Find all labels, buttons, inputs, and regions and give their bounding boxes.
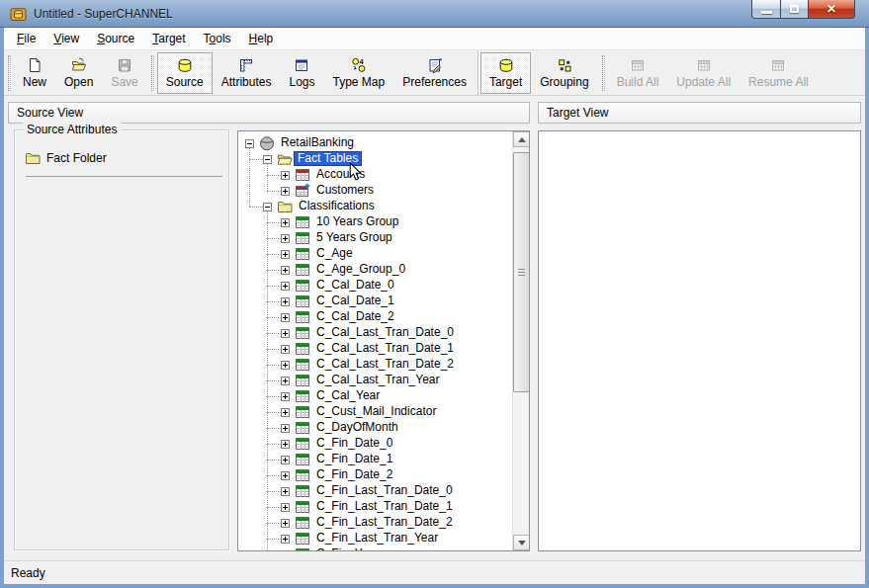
tree-item-label[interactable]: RetailBanking: [278, 135, 357, 150]
expand-plus-icon[interactable]: [281, 345, 290, 354]
expand-plus-icon[interactable]: [281, 440, 290, 449]
menu-item-source[interactable]: Source: [88, 29, 143, 48]
tree-item-label[interactable]: Classifications: [296, 199, 378, 213]
tree-item-fact-tables[interactable]: Fact Tables: [238, 151, 512, 167]
tree-item-label[interactable]: C_Cal_Date_0: [313, 278, 397, 293]
grouping-button[interactable]: Grouping: [531, 52, 597, 94]
expand-plus-icon[interactable]: [281, 329, 290, 338]
tree-item-c-fin-date-1[interactable]: C_Fin_Date_1: [238, 452, 512, 467]
tree-item-c-cal-last-tran-date-0[interactable]: C_Cal_Last_Tran_Date_0: [238, 325, 512, 341]
maximize-button[interactable]: [781, 0, 809, 19]
tree-item-label[interactable]: C_Fin_Last_Tran_Date_0: [313, 483, 456, 498]
expand-plus-icon[interactable]: [281, 187, 290, 196]
tree-item-label[interactable]: C_Cal_Last_Tran_Date_0: [313, 325, 457, 340]
tree-item-c-cal-year[interactable]: C_Cal_Year: [238, 388, 512, 404]
tree-item-retailbanking[interactable]: RetailBanking: [238, 135, 512, 151]
menu-item-view[interactable]: View: [44, 29, 88, 48]
expand-plus-icon[interactable]: [281, 171, 290, 180]
attributes-button[interactable]: Attributes: [213, 52, 281, 94]
tree-item-c-fin-last-tran-date-1[interactable]: C_Fin_Last_Tran_Date_1: [238, 499, 512, 515]
tree-scrollbar[interactable]: [512, 131, 529, 550]
tree-item-label[interactable]: 10 Years Group: [313, 214, 401, 229]
tree-item-label[interactable]: C_Cal_Last_Tran_Date_1: [313, 341, 457, 356]
source-attribute-item[interactable]: Fact Folder: [25, 149, 107, 166]
minimize-button[interactable]: [751, 0, 781, 19]
tree-item-c-cal-date-0[interactable]: C_Cal_Date_0: [238, 278, 512, 294]
collapse-minus-icon[interactable]: [263, 203, 272, 211]
tree-item-label[interactable]: C_Fin_Last_Tran_Year: [313, 531, 441, 546]
expand-plus-icon[interactable]: [281, 424, 290, 433]
source-button[interactable]: Source: [157, 52, 213, 94]
tree-item-label[interactable]: C_Cal_Date_2: [313, 309, 397, 324]
expand-plus-icon[interactable]: [281, 487, 290, 496]
preferences-button[interactable]: Preferences: [393, 52, 476, 94]
tree-item-label[interactable]: C_Cal_Date_1: [313, 294, 397, 308]
menu-item-tools[interactable]: Tools: [195, 29, 240, 48]
expand-plus-icon[interactable]: [281, 408, 290, 417]
tree-item-label[interactable]: Customers: [313, 183, 377, 198]
tree-item-c-fin-last-tran-date-0[interactable]: C_Fin_Last_Tran_Date_0: [238, 483, 512, 499]
tree-item-c-fin-last-tran-year[interactable]: C_Fin_Last_Tran_Year: [238, 531, 512, 546]
expand-plus-icon[interactable]: [281, 234, 290, 243]
tree-item-label[interactable]: C_Age_Group_0: [313, 262, 408, 277]
tree-item-c-fin-date-2[interactable]: C_Fin_Date_2: [238, 467, 512, 483]
tree-item-c-dayofmonth[interactable]: C_DayOfMonth: [238, 420, 512, 436]
tree-item-10-years-group[interactable]: 10 Years Group: [238, 214, 512, 230]
collapse-minus-icon[interactable]: [263, 155, 272, 164]
menu-item-target[interactable]: Target: [143, 29, 194, 48]
expand-plus-icon[interactable]: [281, 392, 290, 401]
scrollbar-up-button[interactable]: [513, 131, 530, 147]
expand-plus-icon[interactable]: [281, 471, 290, 480]
tree-item-label[interactable]: C_Fin_Date_0: [313, 436, 395, 451]
tree-item-label[interactable]: C_Age: [313, 246, 356, 261]
menu-item-help[interactable]: Help: [240, 29, 283, 48]
expand-plus-icon[interactable]: [281, 282, 290, 291]
expand-plus-icon[interactable]: [281, 218, 290, 227]
expand-plus-icon[interactable]: [281, 361, 290, 370]
tree-item-label[interactable]: C_Fin_Year: [313, 546, 382, 550]
expand-plus-icon[interactable]: [281, 456, 290, 464]
tree-item-accounts[interactable]: Accounts: [238, 167, 512, 183]
type-map-button[interactable]: 4Type Map: [324, 52, 394, 94]
tree-item-label[interactable]: C_Cal_Year: [313, 388, 383, 403]
tree-item-label[interactable]: C_Cal_Last_Tran_Date_2: [313, 357, 457, 372]
expand-plus-icon[interactable]: [281, 297, 290, 306]
open-button[interactable]: Open: [55, 52, 102, 94]
expand-plus-icon[interactable]: [281, 313, 290, 322]
scrollbar-down-button[interactable]: [513, 535, 530, 550]
logs-button[interactable]: Logs: [280, 52, 323, 94]
tree-item-label[interactable]: C_DayOfMonth: [313, 420, 401, 435]
target-button[interactable]: Target: [480, 52, 531, 94]
tree-item-label[interactable]: C_Cust_Mail_Indicator: [313, 404, 439, 419]
tree-item-customers[interactable]: Customers: [238, 183, 512, 199]
tree-item-c-cust-mail-indicator[interactable]: C_Cust_Mail_Indicator: [238, 404, 512, 420]
menu-item-file[interactable]: File: [8, 29, 44, 48]
tree-item-c-cal-last-tran-date-2[interactable]: C_Cal_Last_Tran_Date_2: [238, 357, 512, 373]
close-button[interactable]: ✕: [809, 0, 855, 19]
scrollbar-thumb[interactable]: [513, 152, 530, 392]
tree-item-c-cal-last-tran-year[interactable]: C_Cal_Last_Tran_Year: [238, 373, 512, 388]
tree-item-c-age-group-0[interactable]: C_Age_Group_0: [238, 262, 512, 278]
expand-plus-icon[interactable]: [281, 519, 290, 528]
expand-plus-icon[interactable]: [281, 266, 290, 275]
tree-item-classifications[interactable]: Classifications: [238, 199, 512, 214]
tree-item-c-fin-date-0[interactable]: C_Fin_Date_0: [238, 436, 512, 452]
tree-item-label[interactable]: C_Fin_Date_2: [313, 467, 395, 482]
tree-item-label[interactable]: C_Fin_Last_Tran_Date_1: [313, 499, 456, 514]
tree-item-c-age[interactable]: C_Age: [238, 246, 512, 262]
tree-item-label[interactable]: 5 Years Group: [313, 230, 395, 245]
collapse-minus-icon[interactable]: [245, 139, 254, 148]
expand-plus-icon[interactable]: [281, 377, 290, 385]
tree-item-c-cal-last-tran-date-1[interactable]: C_Cal_Last_Tran_Date_1: [238, 341, 512, 357]
tree-item-label[interactable]: C_Fin_Date_1: [313, 452, 395, 466]
expand-plus-icon[interactable]: [281, 250, 290, 259]
tree-item-c-fin-year[interactable]: C_Fin_Year: [238, 546, 512, 550]
new-button[interactable]: New: [14, 52, 55, 94]
expand-plus-icon[interactable]: [281, 535, 290, 544]
tree-item-5-years-group[interactable]: 5 Years Group: [238, 230, 512, 246]
tree-item-c-cal-date-1[interactable]: C_Cal_Date_1: [238, 294, 512, 309]
tree-item-label[interactable]: C_Fin_Last_Tran_Date_2: [313, 515, 456, 530]
tree-item-c-fin-last-tran-date-2[interactable]: C_Fin_Last_Tran_Date_2: [238, 515, 512, 531]
tree-item-label[interactable]: C_Cal_Last_Tran_Year: [313, 373, 443, 387]
expand-plus-icon[interactable]: [281, 503, 290, 512]
